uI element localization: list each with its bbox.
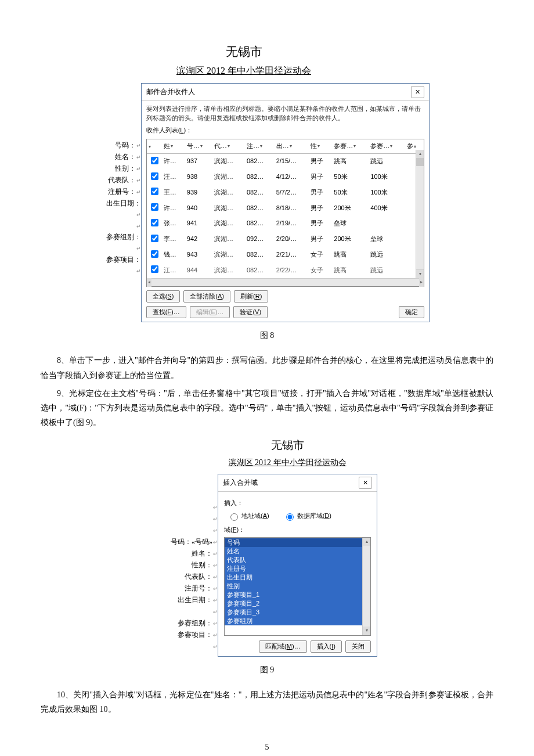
col-checkbox[interactable]: ▾ <box>147 139 162 153</box>
label-regno: 注册号： <box>104 186 141 198</box>
list-item[interactable]: 参赛项目_3 <box>225 608 370 617</box>
clear-all-button[interactable]: 全部清除(A) <box>183 290 230 303</box>
cell: 082… <box>245 200 275 216</box>
table-row[interactable]: 李…942滨湖…092…2/20/…男子200米垒球 <box>147 232 424 247</box>
scroll-left-icon[interactable]: ◂ <box>147 278 151 286</box>
mail-merge-recipients-dialog: 邮件合并收件人 ✕ 要对列表进行排序，请单击相应的列标题。要缩小满足某种条件的收… <box>141 83 430 323</box>
col-number[interactable]: 号…▾ <box>185 139 212 153</box>
dialog-title: 插入合并域 <box>223 477 258 489</box>
cell: 942 <box>185 232 212 247</box>
col-event1[interactable]: 参赛…▾ <box>332 139 369 153</box>
label-team: 代表队： <box>104 175 141 186</box>
row-checkbox-cell[interactable] <box>147 200 162 216</box>
list-item[interactable]: 参赛项目_2 <box>225 599 370 608</box>
row-checkbox-cell[interactable] <box>147 232 162 247</box>
insert-button[interactable]: 插入(I) <box>311 640 342 653</box>
scroll-up-icon[interactable]: ▴ <box>363 538 370 546</box>
horizontal-scrollbar[interactable]: ◂ ▸ <box>147 278 424 286</box>
col-regno[interactable]: 注…▾ <box>245 139 275 153</box>
ok-button[interactable]: 确定 <box>399 306 424 318</box>
label-regno: 注册号： <box>154 583 218 595</box>
row-checkbox[interactable] <box>151 219 158 226</box>
list-item[interactable]: 出生日期 <box>225 573 370 582</box>
col-name[interactable]: 姓▾ <box>162 139 185 153</box>
row-checkbox-cell[interactable] <box>147 185 162 200</box>
col-event2[interactable]: 参赛…▾ <box>369 139 405 153</box>
list-item[interactable]: 参赛项目_1 <box>225 591 370 599</box>
row-checkbox[interactable] <box>151 188 158 195</box>
cell: 江… <box>162 262 185 278</box>
label-event: 参赛项目： <box>104 254 141 277</box>
listbox-scrollbar[interactable]: ▴ ▾ <box>362 538 370 635</box>
list-item[interactable]: 姓名 <box>225 547 370 556</box>
label-number: 号码： <box>104 140 141 152</box>
list-item[interactable]: 性别 <box>225 582 370 591</box>
radio-db-input[interactable] <box>286 513 294 521</box>
col-team[interactable]: 代…▾ <box>212 139 245 153</box>
spacer <box>154 525 218 537</box>
cell: 跳高 <box>332 247 369 263</box>
row-checkbox[interactable] <box>151 250 158 258</box>
cell: 8/18/… <box>275 200 309 216</box>
close-icon[interactable]: ✕ <box>359 477 372 489</box>
cell: 男子 <box>309 170 332 185</box>
table-row[interactable]: 许…937滨湖…082…2/15/…男子跳高跳远 <box>147 153 424 169</box>
table-row[interactable]: 钱…943滨湖…082…2/21/…女子跳高跳远 <box>147 247 424 263</box>
cell: 5/7/2… <box>275 185 309 200</box>
row-checkbox[interactable] <box>151 203 158 211</box>
cell: 男子 <box>309 232 332 247</box>
cell: 许… <box>162 153 185 169</box>
row-checkbox-cell[interactable] <box>147 170 162 185</box>
doc-title-city: 无锡市 <box>212 435 363 455</box>
row-checkbox[interactable] <box>151 235 158 242</box>
table-row[interactable]: 王…939滨湖…082…5/7/2…男子50米100米 <box>147 185 424 200</box>
template-field-labels: 号码：«号码» 姓名： 性别： 代表队： 注册号： 出生日期： 参赛组别： 参赛… <box>154 474 218 653</box>
row-checkbox[interactable] <box>151 157 158 164</box>
radio-address-field[interactable]: 地址域(A) <box>228 510 269 522</box>
row-checkbox[interactable] <box>151 172 158 180</box>
find-button[interactable]: 查找(F)… <box>146 306 186 318</box>
cell: 082… <box>245 153 275 169</box>
table-header-row: ▾ 姓▾ 号…▾ 代…▾ 注…▾ 出…▾ 性▾ 参赛…▾ 参赛…▾ 参▴ <box>147 139 424 153</box>
table-row[interactable]: 张…941滨湖…082…2/19/…男子垒球 <box>147 216 424 232</box>
row-checkbox-cell[interactable] <box>147 153 162 169</box>
table-row[interactable]: 汪…938滨湖…082…4/12/…男子50米100米 <box>147 170 424 185</box>
cell: 940 <box>185 200 212 216</box>
list-item[interactable]: 代表队 <box>225 556 370 564</box>
scroll-thumb[interactable] <box>416 158 424 166</box>
cell <box>369 216 405 232</box>
col-gender[interactable]: 性▾ <box>309 139 332 153</box>
doc-title-event: 滨湖区 2012 年中小学田径运动会 <box>163 63 325 80</box>
validate-button[interactable]: 验证(V) <box>233 306 268 318</box>
match-fields-button[interactable]: 匹配域(M)… <box>259 640 307 653</box>
table-row[interactable]: 江…944滨湖…082…2/22/…女子跳高跳远 <box>147 262 424 278</box>
cell: 汪… <box>162 170 185 185</box>
fields-listbox[interactable]: 号码姓名代表队注册号出生日期性别参赛项目_1参赛项目_2参赛项目_3参赛组别 ▴… <box>224 537 371 636</box>
cell: 943 <box>185 247 212 263</box>
close-button[interactable]: 关闭 <box>345 640 371 653</box>
refresh-button[interactable]: 刷新(R) <box>234 290 268 303</box>
cell: 女子 <box>309 262 332 278</box>
scroll-down-icon[interactable]: ▾ <box>416 269 424 278</box>
table-row[interactable]: 许…940滨湖…082…8/18/…男子200米400米 <box>147 200 424 216</box>
list-item[interactable]: 参赛组别 <box>225 617 370 625</box>
col-birth[interactable]: 出…▾ <box>275 139 309 153</box>
spacer <box>154 606 218 618</box>
radio-database-field[interactable]: 数据库域(D) <box>283 510 331 522</box>
vertical-scrollbar[interactable]: ▴ ▾ <box>416 150 424 278</box>
row-checkbox-cell[interactable] <box>147 216 162 232</box>
cell: 跳远 <box>369 262 405 278</box>
radio-address-input[interactable] <box>230 513 238 521</box>
scroll-down-icon[interactable]: ▾ <box>363 627 370 635</box>
row-checkbox-cell[interactable] <box>147 262 162 278</box>
select-all-button[interactable]: 全选(S) <box>146 290 181 303</box>
row-checkbox[interactable] <box>151 265 158 273</box>
scroll-right-icon[interactable]: ▸ <box>419 278 424 286</box>
label-birth: 出生日期： <box>104 198 141 221</box>
row-checkbox-cell[interactable] <box>147 247 162 263</box>
list-item[interactable]: 号码 <box>225 538 370 547</box>
list-item[interactable]: 注册号 <box>225 564 370 573</box>
close-icon[interactable]: ✕ <box>411 86 424 99</box>
cell: 女子 <box>309 247 332 263</box>
cell: 200米 <box>332 200 369 216</box>
